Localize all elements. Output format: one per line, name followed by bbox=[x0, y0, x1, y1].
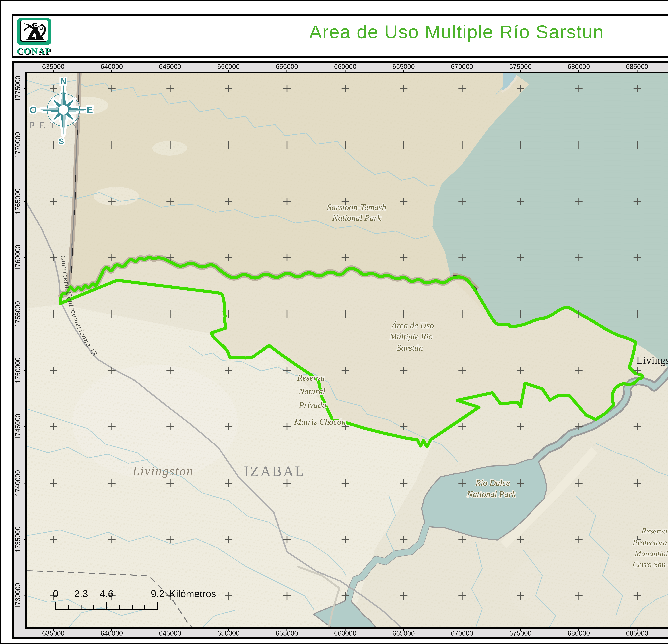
svg-text:Reserva: Reserva bbox=[641, 527, 667, 535]
svg-text:650000: 650000 bbox=[217, 63, 240, 70]
svg-text:640000: 640000 bbox=[101, 630, 123, 637]
svg-text:Kilómetros: Kilómetros bbox=[169, 588, 216, 599]
svg-text:IZABAL: IZABAL bbox=[244, 463, 305, 480]
svg-text:685000: 685000 bbox=[626, 63, 648, 70]
svg-text:4.6: 4.6 bbox=[100, 588, 113, 599]
svg-text:1745000: 1745000 bbox=[14, 414, 21, 440]
svg-text:9.2: 9.2 bbox=[151, 588, 165, 599]
svg-text:670000: 670000 bbox=[451, 630, 473, 637]
svg-text:National Park: National Park bbox=[467, 489, 516, 499]
svg-text:640000: 640000 bbox=[101, 63, 123, 70]
svg-text:655000: 655000 bbox=[276, 63, 298, 70]
svg-text:1755000: 1755000 bbox=[14, 301, 21, 327]
svg-text:1765000: 1765000 bbox=[14, 188, 21, 215]
svg-text:645000: 645000 bbox=[159, 63, 181, 70]
svg-text:CONAP: CONAP bbox=[17, 46, 51, 56]
svg-text:685000: 685000 bbox=[626, 630, 648, 637]
svg-text:Cerro San Gil: Cerro San Gil bbox=[633, 560, 668, 569]
svg-text:Río Dulce: Río Dulce bbox=[475, 478, 510, 488]
svg-text:Sarstoon-Temash: Sarstoon-Temash bbox=[327, 202, 386, 212]
svg-text:N: N bbox=[60, 76, 67, 87]
svg-text:E: E bbox=[87, 105, 93, 115]
svg-text:Sarstún: Sarstún bbox=[397, 343, 423, 352]
svg-text:1760000: 1760000 bbox=[14, 245, 21, 271]
svg-text:National Park: National Park bbox=[332, 213, 381, 223]
svg-text:Livingston: Livingston bbox=[636, 355, 668, 366]
svg-text:1770000: 1770000 bbox=[14, 132, 21, 158]
svg-text:635000: 635000 bbox=[42, 630, 64, 637]
svg-text:665000: 665000 bbox=[393, 63, 415, 70]
svg-text:Natural: Natural bbox=[299, 387, 325, 396]
svg-text:Área de Uso: Área de Uso bbox=[391, 320, 434, 330]
svg-text:Matriz Chocón: Matriz Chocón bbox=[294, 417, 346, 426]
svg-text:1750000: 1750000 bbox=[14, 358, 21, 383]
svg-text:660000: 660000 bbox=[334, 630, 356, 637]
svg-text:Protectora de: Protectora de bbox=[633, 538, 668, 547]
svg-text:Livingston: Livingston bbox=[132, 464, 194, 478]
svg-text:1775000: 1775000 bbox=[14, 76, 21, 102]
svg-text:680000: 680000 bbox=[568, 630, 590, 637]
svg-text:1735000: 1735000 bbox=[14, 527, 21, 552]
svg-text:O: O bbox=[30, 105, 37, 115]
svg-text:655000: 655000 bbox=[276, 630, 298, 637]
svg-text:S: S bbox=[59, 137, 64, 145]
svg-text:650000: 650000 bbox=[217, 630, 240, 637]
svg-text:Múltiple Río: Múltiple Río bbox=[390, 332, 433, 341]
svg-text:2.3: 2.3 bbox=[74, 588, 88, 599]
svg-text:675000: 675000 bbox=[509, 63, 532, 70]
svg-text:680000: 680000 bbox=[568, 63, 590, 70]
svg-text:670000: 670000 bbox=[451, 63, 473, 70]
svg-text:0: 0 bbox=[53, 588, 58, 599]
svg-text:675000: 675000 bbox=[509, 630, 532, 637]
svg-text:665000: 665000 bbox=[393, 630, 415, 637]
svg-text:Privada: Privada bbox=[299, 400, 327, 410]
svg-text:660000: 660000 bbox=[334, 63, 356, 70]
svg-text:645000: 645000 bbox=[159, 630, 181, 637]
svg-text:Manantiales: Manantiales bbox=[635, 549, 668, 558]
svg-text:635000: 635000 bbox=[42, 63, 64, 70]
svg-text:1740000: 1740000 bbox=[14, 470, 21, 496]
svg-text:1730000: 1730000 bbox=[14, 583, 21, 609]
svg-text:Reserva: Reserva bbox=[297, 373, 325, 382]
